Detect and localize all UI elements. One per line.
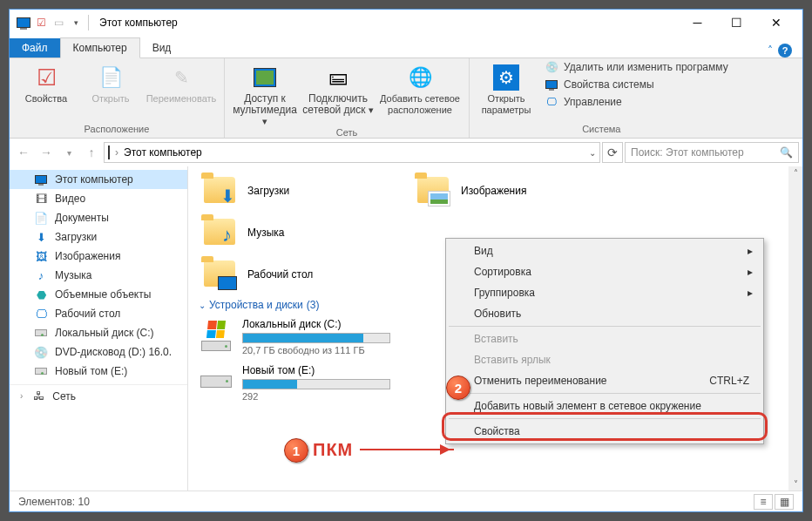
scroll-down-icon[interactable]: ˅: [794, 479, 798, 489]
add-location-icon: 🌐: [406, 64, 434, 91]
folder-pictures[interactable]: Изображения: [412, 173, 626, 208]
folder-music[interactable]: ♪ Музыка: [199, 215, 412, 250]
search-input[interactable]: Поиск: Этот компьютер 🔍: [625, 142, 799, 163]
drive-e-large-icon: [199, 364, 233, 399]
qat-properties-icon[interactable]: ☑: [34, 16, 48, 30]
qat-newfolder-icon[interactable]: ▭: [51, 16, 65, 30]
tab-file[interactable]: Файл: [10, 38, 60, 58]
minimize-button[interactable]: ─: [678, 10, 717, 36]
sidebar-drive-e[interactable]: Новый том (E:): [10, 362, 187, 381]
ctx-properties[interactable]: Свойства: [448, 421, 761, 442]
download-overlay-icon: ⬇: [220, 186, 235, 206]
sidebar-drive-c[interactable]: Локальный диск (C:): [10, 323, 187, 342]
pictures-icon: 🖼: [34, 249, 48, 263]
ctx-paste-shortcut: Вставить ярлык: [448, 349, 761, 370]
explorer-window: ☑ ▭ ▾ Этот компьютер ─ ☐ ✕ Файл Компьюте…: [9, 9, 803, 512]
ribbon-properties[interactable]: ☑ Свойства: [15, 60, 78, 105]
sidebar-network[interactable]: ›🖧Сеть: [10, 384, 187, 403]
breadcrumb-pc-icon: [108, 146, 110, 159]
sidebar-desktop[interactable]: 🖵Рабочий стол: [10, 304, 187, 323]
map-drive-icon: 🖴: [324, 64, 352, 91]
nav-back[interactable]: ←: [13, 142, 34, 163]
open-icon: 📄: [97, 64, 125, 91]
submenu-arrow-icon: ▸: [748, 245, 753, 257]
ribbon-collapse-icon[interactable]: ˄: [768, 44, 773, 57]
submenu-arrow-icon: ▸: [748, 266, 753, 278]
properties-icon: ☑: [32, 64, 60, 91]
folder-desktop[interactable]: Рабочий стол: [199, 257, 412, 292]
submenu-arrow-icon: ▸: [748, 287, 753, 299]
help-icon[interactable]: ?: [778, 44, 792, 58]
media-icon: [251, 64, 279, 91]
search-icon: 🔍: [780, 146, 793, 159]
sidebar-dvd[interactable]: 💿DVD-дисковод (D:) 16.0.: [10, 342, 187, 362]
titlebar: ☑ ▭ ▾ Этот компьютер ─ ☐ ✕: [10, 10, 802, 36]
manage-icon: 🖵: [545, 95, 558, 109]
rename-icon: ✎: [167, 64, 195, 91]
drive-c-capacity-bar: [242, 333, 390, 343]
ctx-add-network[interactable]: Добавить новый элемент в сетевое окружен…: [448, 396, 761, 416]
ribbon-open-settings[interactable]: ⚙ Открыть параметры: [475, 60, 538, 116]
status-bar: Элементов: 10 ≡ ▦: [10, 491, 802, 511]
annotation-badge-1: 1: [284, 438, 308, 463]
tab-view[interactable]: Вид: [140, 38, 184, 58]
view-details-button[interactable]: ≡: [754, 494, 773, 510]
sidebar-video[interactable]: 🎞Видео: [10, 189, 187, 208]
vertical-scrollbar[interactable]: ˄ ˅: [788, 166, 802, 491]
tab-computer[interactable]: Компьютер: [60, 37, 140, 58]
nav-forward[interactable]: →: [36, 142, 57, 163]
settings-icon: ⚙: [492, 64, 520, 91]
dvd-icon: 💿: [34, 345, 48, 359]
app-icon: [17, 16, 30, 30]
sidebar-3dobjects[interactable]: ⬣Объемные объекты: [10, 285, 187, 304]
sidebar-downloads[interactable]: ⬇Загрузки: [10, 227, 187, 247]
drive-c-large-icon: [199, 318, 233, 353]
refresh-button[interactable]: ⟳: [602, 142, 623, 163]
ctx-sort[interactable]: Сортировка▸: [448, 261, 761, 282]
ribbon-uninstall[interactable]: 💿Удалить или изменить программу: [545, 60, 728, 74]
ribbon-group-system: Система: [475, 124, 728, 136]
sidebar-pictures[interactable]: 🖼Изображения: [10, 247, 187, 266]
qat-dropdown-icon[interactable]: ▾: [69, 16, 83, 30]
ctx-view[interactable]: Вид▸: [448, 240, 761, 261]
sidebar-music[interactable]: ♪Музыка: [10, 266, 187, 285]
addrbar-dropdown-icon[interactable]: ⌄: [589, 148, 596, 158]
context-menu: Вид▸ Сортировка▸ Группировка▸ Обновить В…: [445, 238, 764, 444]
nav-up[interactable]: ↑: [81, 142, 102, 163]
objects3d-icon: ⬣: [34, 288, 48, 301]
address-bar[interactable]: › Этот компьютер ⌄: [104, 142, 600, 163]
view-icons-button[interactable]: ▦: [775, 494, 794, 510]
item-count: Элементов: 10: [18, 496, 90, 508]
ribbon-sysprops[interactable]: Свойства системы: [545, 78, 728, 91]
drive-e-icon: [34, 364, 48, 378]
annotation-pkm-label: ПКМ: [313, 440, 353, 460]
ribbon-manage[interactable]: 🖵Управление: [545, 95, 728, 109]
ctx-group[interactable]: Группировка▸: [448, 282, 761, 303]
sysprops-icon: [545, 78, 558, 91]
sidebar-this-pc[interactable]: Этот компьютер: [10, 170, 187, 189]
ribbon-media-access[interactable]: Доступ к мультимедиа ▾: [230, 60, 300, 127]
ribbon-add-location[interactable]: 🌐 Добавить сетевое расположение: [376, 60, 464, 116]
sidebar-documents[interactable]: 📄Документы: [10, 208, 187, 227]
scroll-up-icon[interactable]: ˄: [794, 168, 798, 178]
close-button[interactable]: ✕: [756, 10, 795, 36]
annotation-arrow: [360, 449, 454, 450]
uninstall-icon: 💿: [545, 60, 558, 74]
chevron-down-icon: ⌄: [199, 301, 206, 310]
ctx-refresh[interactable]: Обновить: [448, 303, 761, 324]
nav-history-dropdown[interactable]: ▾: [58, 142, 79, 163]
desktop-icon: 🖵: [34, 307, 48, 321]
drive-c-icon: [34, 326, 48, 340]
drive-e-capacity-bar: [242, 379, 390, 389]
ctx-paste: Вставить: [448, 328, 761, 349]
ctx-undo-rename[interactable]: Отменить переименованиеCTRL+Z: [448, 370, 761, 391]
ribbon-rename: ✎ Переименовать: [144, 60, 219, 105]
ribbon-map-drive[interactable]: 🖴 Подключить сетевой диск ▾: [301, 60, 375, 116]
breadcrumb-root[interactable]: Этот компьютер: [124, 146, 202, 159]
pc-icon: [34, 173, 48, 186]
picture-overlay-icon: [428, 191, 450, 206]
maximize-button[interactable]: ☐: [717, 10, 756, 36]
folder-downloads[interactable]: ⬇ Загрузки: [199, 173, 412, 208]
navbar: ← → ▾ ↑ › Этот компьютер ⌄ ⟳ Поиск: Этот…: [10, 139, 802, 166]
ribbon-tabs: Файл Компьютер Вид ˄ ?: [10, 36, 802, 58]
